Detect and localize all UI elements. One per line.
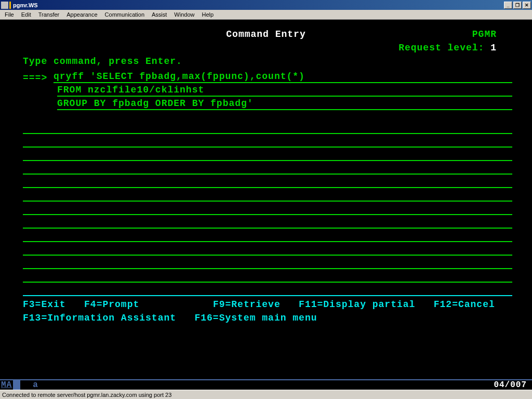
request-level-value: 1 [490,43,497,53]
command-blank-line[interactable] [23,229,512,242]
screen-header: Command Entry PGMR [4,29,528,43]
terminal-screen[interactable]: Command Entry PGMR Request level: 1 Type… [0,20,532,379]
command-blank-line[interactable] [23,175,512,188]
command-blank-line[interactable] [23,202,512,215]
fkey-f16[interactable]: F16=System main menu [194,313,317,326]
menu-assist[interactable]: Assist [148,10,170,19]
command-input-line-1[interactable]: qryff 'SELECT fpbadg,max(fppunc),count(*… [54,71,512,83]
fkey-row-2: F13=Information Assistant F16=System mai… [23,313,528,326]
command-blank-line[interactable] [23,269,512,283]
maximize-button[interactable]: ❐ [513,2,522,9]
close-button[interactable]: ✕ [523,2,531,9]
command-blank-line[interactable] [23,188,512,202]
window-titlebar: pgmr.WS _ ❐ ✕ [0,0,532,10]
command-row-3: GROUP BY fpbadg ORDER BY fpbadg' [4,97,528,110]
fkey-row-1: F3=Exit F4=Prompt F9=Retrieve F11=Displa… [23,299,528,313]
window-title: pgmr.WS [13,2,504,8]
user-id: PGMR [472,29,497,39]
command-blank-line[interactable] [23,161,512,175]
command-blank-line[interactable] [23,148,512,161]
command-blank-line[interactable] [23,134,512,148]
command-input-line-2[interactable]: FROM nzclfile10/cklinhst [57,84,512,97]
status-mode: a [33,380,38,390]
command-prompt: ===> [23,73,54,83]
app-icon-accent [9,2,11,9]
status-indicator: MA [0,380,12,390]
menu-appearance[interactable]: Appearance [63,10,101,19]
command-row-2: FROM nzclfile10/cklinhst [4,83,528,97]
menu-window[interactable]: Window [170,10,198,19]
fkey-f3[interactable]: F3=Exit [23,299,66,313]
fkey-f13[interactable]: F13=Information Assistant [23,313,176,326]
minimize-button[interactable]: _ [504,2,512,9]
screen-title: Command Entry [4,29,528,39]
function-keys: F3=Exit F4=Prompt F9=Retrieve F11=Displa… [4,299,528,326]
command-continuation-area [4,121,528,283]
fkey-f12[interactable]: F12=Cancel [434,299,495,313]
app-icon [1,2,8,9]
command-row-1: ===> qryff 'SELECT fpbadg,max(fppunc),co… [4,70,528,83]
connection-status-bar: Connected to remote server/host pgmr.lan… [0,390,532,399]
window-icon-group [1,2,11,9]
cursor-position: 04/007 [494,380,527,390]
command-blank-line[interactable] [23,121,512,134]
fkey-f4[interactable]: F4=Prompt [84,299,139,313]
status-cursor-icon [13,380,20,390]
fkey-f11[interactable]: F11=Display partial [299,299,415,313]
command-blank-line[interactable] [23,215,512,229]
menu-edit[interactable]: Edit [18,10,35,19]
terminal-status-strip: MA a 04/007 [0,379,532,390]
window-buttons: _ ❐ ✕ [504,2,531,9]
instruction-text: Type command, press Enter. [4,56,528,70]
menu-help[interactable]: Help [198,10,217,19]
request-level-label: Request level: [398,43,484,53]
request-level: Request level: 1 [4,43,528,56]
divider [23,292,512,296]
menu-communication[interactable]: Communication [101,10,148,19]
command-blank-line[interactable] [23,256,512,269]
menubar: File Edit Transfer Appearance Communicat… [0,10,532,20]
menu-file[interactable]: File [1,10,18,19]
command-blank-line[interactable] [23,242,512,256]
connection-status-text: Connected to remote server/host pgmr.lan… [2,392,171,398]
menu-transfer[interactable]: Transfer [35,10,63,19]
fkey-f9[interactable]: F9=Retrieve [213,299,281,313]
command-input-line-3[interactable]: GROUP BY fpbadg ORDER BY fpbadg' [57,98,512,110]
